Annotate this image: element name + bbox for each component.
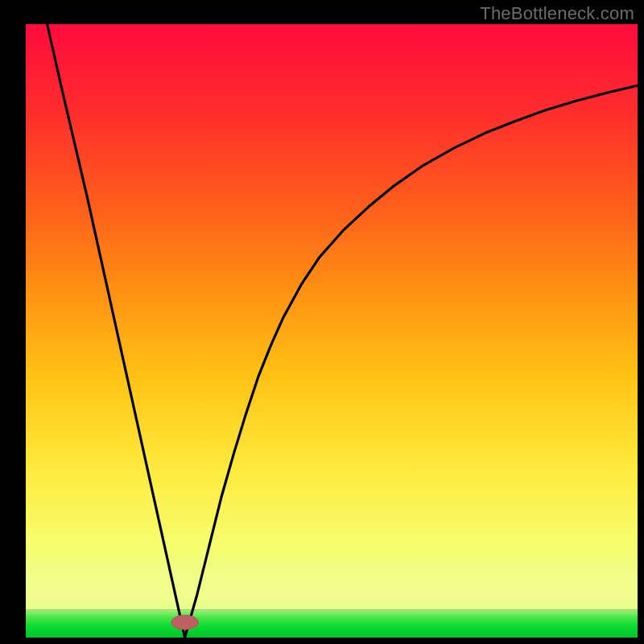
bottleneck-chart [0, 0, 644, 644]
green-safe-zone-strip [26, 610, 638, 638]
optimum-marker [171, 615, 199, 630]
pale-yellow-band [26, 555, 638, 601]
chart-frame: TheBottleneck.com [0, 0, 644, 644]
watermark-text: TheBottleneck.com [480, 3, 634, 24]
heat-gradient-background [26, 24, 638, 610]
